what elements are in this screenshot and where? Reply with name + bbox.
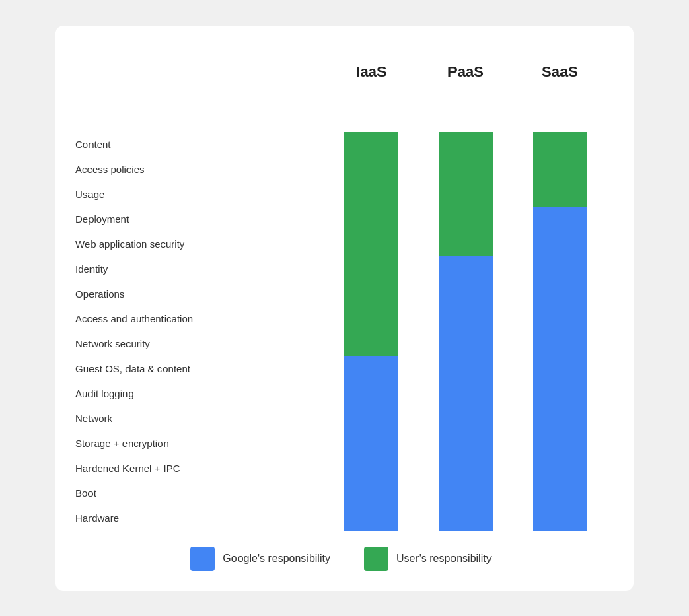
label-item-9: Guest OS, data & content <box>75 356 250 381</box>
label-item-15: Hardware <box>75 506 250 531</box>
col-header-paas: PaaS <box>432 63 499 81</box>
label-item-1: Access policies <box>75 157 250 182</box>
bar-paas-wrapper <box>439 132 493 531</box>
legend-user-label: User's responsibility <box>396 553 492 565</box>
chart-container: ContentAccess policiesUsageDeploymentWeb… <box>55 26 634 591</box>
bar-saas-wrapper <box>533 132 587 531</box>
legend-row: Google's responsibility User's responsib… <box>75 531 607 571</box>
bars-area: IaaS PaaS SaaS <box>250 46 607 531</box>
label-item-4: Web application security <box>75 232 250 256</box>
legend-google: Google's responsibility <box>190 547 330 571</box>
col-header-iaas: IaaS <box>338 63 405 81</box>
label-item-14: Boot <box>75 481 250 506</box>
bars-row <box>250 86 607 531</box>
label-item-2: Usage <box>75 182 250 207</box>
bar-paas <box>432 86 499 531</box>
label-item-10: Audit logging <box>75 381 250 406</box>
col-header-saas: SaaS <box>526 63 593 81</box>
iaas-user-segment <box>344 132 398 356</box>
paas-user-segment <box>439 132 493 256</box>
iaas-google-segment <box>344 356 398 531</box>
saas-user-segment <box>533 132 587 207</box>
label-item-13: Hardened Kernel + IPC <box>75 456 250 481</box>
label-item-3: Deployment <box>75 207 250 232</box>
legend-user: User's responsibility <box>364 547 492 571</box>
label-item-8: Network security <box>75 331 250 356</box>
label-item-12: Storage + encryption <box>75 431 250 456</box>
label-item-0: Content <box>75 132 250 157</box>
paas-google-segment <box>439 256 493 531</box>
bar-iaas-wrapper <box>344 132 398 531</box>
labels-column: ContentAccess policiesUsageDeploymentWeb… <box>75 46 250 531</box>
bar-saas <box>526 86 593 531</box>
saas-google-segment <box>533 207 587 531</box>
legend-swatch-user <box>364 547 388 571</box>
legend-swatch-google <box>190 547 215 571</box>
label-item-5: Identity <box>75 256 250 281</box>
legend-google-label: Google's responsibility <box>223 553 330 565</box>
label-item-6: Operations <box>75 281 250 306</box>
headers-row: IaaS PaaS SaaS <box>250 46 607 86</box>
label-item-7: Access and authentication <box>75 306 250 331</box>
bar-iaas <box>338 86 405 531</box>
chart-area: ContentAccess policiesUsageDeploymentWeb… <box>75 46 607 531</box>
label-item-11: Network <box>75 406 250 431</box>
